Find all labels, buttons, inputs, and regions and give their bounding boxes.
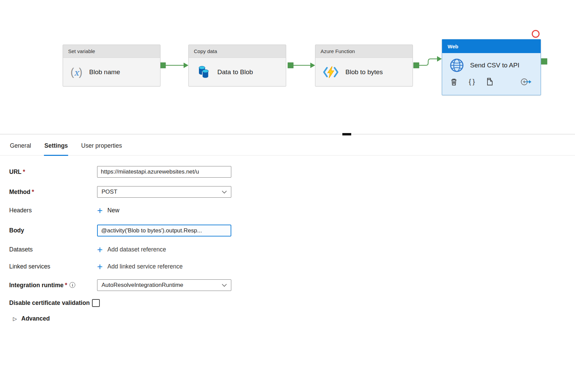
globe-icon	[450, 58, 464, 72]
node-name-label: Send CSV to API	[470, 62, 519, 69]
add-dataset-reference-button[interactable]: + Add dataset reference	[97, 246, 166, 253]
advanced-expander[interactable]: ▷ Advanced	[13, 315, 575, 322]
pipeline-canvas: Set variable (x) Blob name Copy data Dat…	[0, 0, 575, 134]
chevron-down-icon	[222, 191, 227, 194]
add-header-button[interactable]: + New	[97, 207, 119, 214]
activity-node-web-selected[interactable]: Web Send CSV to API { }	[442, 39, 541, 95]
disable-certificate-validation-label: Disable certificate validation	[9, 299, 90, 307]
output-port[interactable]	[541, 59, 547, 64]
add-header-label: New	[107, 207, 119, 214]
panel-resize-handle[interactable]	[342, 133, 351, 135]
body-input[interactable]	[97, 225, 231, 236]
activity-node-set-variable[interactable]: Set variable (x) Blob name	[63, 45, 160, 86]
node-name-label: Data to Blob	[217, 68, 253, 76]
plus-icon: +	[97, 207, 103, 214]
body-label: Body	[9, 227, 97, 234]
plus-icon: +	[97, 263, 103, 270]
add-dataset-reference-label: Add dataset reference	[107, 246, 166, 253]
output-port[interactable]	[160, 63, 166, 68]
copy-data-icon	[196, 65, 211, 79]
method-value: POST	[102, 189, 117, 195]
integration-runtime-value: AutoResolveIntegrationRuntime	[102, 282, 183, 289]
add-linked-service-reference-label: Add linked service reference	[107, 263, 183, 270]
required-asterisk: *	[32, 189, 34, 195]
braces-code-icon[interactable]: { }	[469, 78, 475, 85]
activity-node-copy-data[interactable]: Copy data Data to Blob	[188, 45, 286, 86]
linked-services-label: Linked services	[9, 263, 97, 270]
integration-runtime-label: Integration runtime*i	[9, 282, 97, 289]
node-name-label: Blob to bytes	[345, 68, 383, 76]
required-asterisk: *	[23, 168, 25, 175]
variable-icon: (x)	[71, 66, 82, 78]
integration-runtime-dropdown[interactable]: AutoResolveIntegrationRuntime	[97, 279, 231, 291]
node-type-label: Web	[442, 39, 541, 53]
advanced-label: Advanced	[21, 315, 50, 322]
node-type-label: Copy data	[189, 45, 286, 58]
tab-general[interactable]: General	[10, 142, 31, 156]
url-input[interactable]	[97, 166, 231, 178]
chevron-down-icon	[222, 284, 227, 287]
method-label: Method*	[9, 189, 97, 196]
settings-form: URL* Method* POST Headers + New	[0, 156, 575, 322]
output-port[interactable]	[288, 63, 293, 68]
headers-label: Headers	[9, 207, 97, 214]
chevron-right-icon: ▷	[13, 316, 17, 322]
tab-settings[interactable]: Settings	[44, 142, 68, 156]
method-dropdown[interactable]: POST	[97, 186, 231, 198]
node-name-label: Blob name	[89, 68, 120, 76]
disable-certificate-validation-checkbox[interactable]	[92, 299, 100, 307]
node-type-label: Set variable	[63, 45, 160, 58]
add-output-icon[interactable]	[520, 78, 532, 86]
clone-icon[interactable]	[486, 78, 494, 86]
azure-function-icon	[323, 66, 339, 78]
activity-node-azure-function[interactable]: Azure Function Blob to bytes	[315, 45, 413, 86]
output-port[interactable]	[414, 63, 419, 68]
info-icon[interactable]: i	[69, 282, 75, 288]
activity-properties-panel: General Settings User properties URL* Me…	[0, 135, 575, 322]
add-linked-service-reference-button[interactable]: + Add linked service reference	[97, 263, 183, 270]
panel-divider	[0, 134, 575, 135]
node-type-label: Azure Function	[315, 45, 413, 58]
delete-icon[interactable]	[450, 78, 457, 86]
url-label: URL*	[9, 168, 97, 176]
annotation-circle	[532, 30, 540, 38]
plus-icon: +	[97, 246, 103, 253]
datasets-label: Datasets	[9, 246, 97, 253]
panel-tabbar: General Settings User properties	[0, 135, 575, 156]
tab-user-properties[interactable]: User properties	[81, 142, 122, 156]
required-asterisk: *	[65, 282, 67, 289]
